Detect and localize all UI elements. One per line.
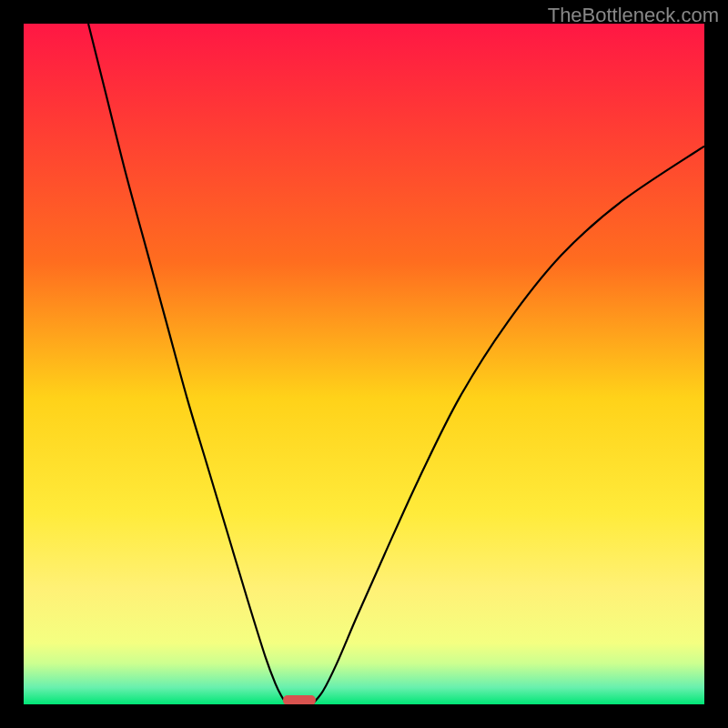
chart-plot-area xyxy=(24,24,704,704)
chart-svg xyxy=(24,24,704,704)
bottleneck-marker xyxy=(283,695,316,704)
watermark-text: TheBottleneck.com xyxy=(548,4,719,27)
